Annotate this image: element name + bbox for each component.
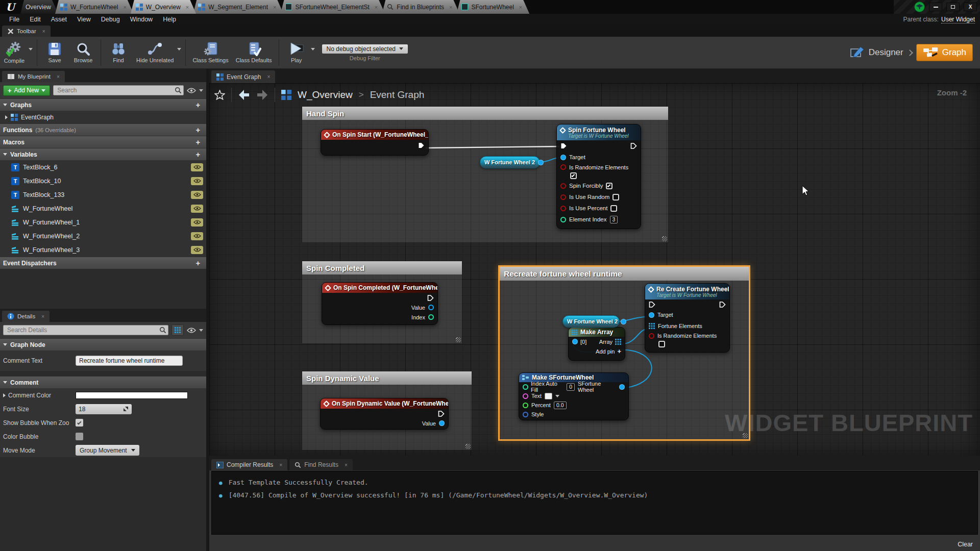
- resize-handle[interactable]: [465, 444, 471, 449]
- bool-pin[interactable]: [560, 206, 566, 211]
- comment-section-header[interactable]: Comment: [0, 376, 206, 388]
- variable-visibility-toggle[interactable]: [191, 246, 203, 254]
- variables-section-header[interactable]: Variables+: [0, 148, 206, 160]
- visibility-caret[interactable]: [199, 89, 203, 92]
- compile-button[interactable]: Compile: [0, 37, 29, 68]
- tab-find-in-blueprints[interactable]: Find in Blueprints×: [382, 0, 459, 14]
- variable-visibility-toggle[interactable]: [191, 191, 203, 199]
- minimize-button[interactable]: [929, 3, 942, 11]
- tab-w-overview[interactable]: W_Overview×: [131, 0, 196, 14]
- find-button[interactable]: Find: [104, 37, 133, 68]
- clear-button[interactable]: Clear: [958, 541, 973, 548]
- resize-handle[interactable]: [743, 433, 748, 438]
- node-make-array[interactable]: Make Array [0]Array Add pin+: [568, 327, 625, 361]
- graph-canvas[interactable]: W_Overview > Event Graph Zoom -2 WIDGET …: [209, 83, 980, 456]
- menu-asset[interactable]: Asset: [46, 16, 72, 23]
- designer-mode-button[interactable]: Designer: [850, 46, 903, 59]
- hide-unrelated-caret[interactable]: [177, 48, 181, 51]
- property-matrix-button[interactable]: [172, 324, 184, 336]
- close-icon[interactable]: ×: [345, 462, 348, 468]
- browse-button[interactable]: Browse: [69, 37, 97, 68]
- eye-icon[interactable]: [187, 88, 196, 93]
- tab-sfortunewheel[interactable]: SFortuneWheel×: [456, 0, 529, 14]
- checkbox-checked[interactable]: [570, 172, 577, 179]
- details-search-input[interactable]: [3, 325, 168, 335]
- macros-section-header[interactable]: Macros+: [0, 136, 206, 148]
- variable-row[interactable]: W_FortuneWheel_1: [0, 215, 206, 229]
- forward-arrow-icon[interactable]: [256, 89, 268, 101]
- close-icon[interactable]: ×: [519, 4, 522, 10]
- back-arrow-icon[interactable]: [238, 89, 250, 101]
- node-on-spin-dynamic-value[interactable]: On Spin Dynamic Value (W_FortuneWheel_3)…: [320, 398, 449, 430]
- int-out-pin[interactable]: [428, 314, 434, 320]
- array-elem-pin[interactable]: [572, 339, 578, 344]
- object-out-pin[interactable]: [621, 319, 626, 324]
- close-icon[interactable]: ×: [42, 29, 45, 34]
- close-icon[interactable]: ×: [279, 462, 282, 468]
- hide-unrelated-button[interactable]: Hide Unrelated: [133, 37, 177, 68]
- text-dropdown-caret[interactable]: [555, 395, 559, 397]
- object-out-pin[interactable]: [439, 420, 445, 426]
- percent-value[interactable]: 0.0: [554, 402, 567, 409]
- my-blueprint-search-input[interactable]: [53, 85, 184, 95]
- play-options-caret[interactable]: [311, 48, 315, 51]
- float-pin[interactable]: [523, 403, 528, 408]
- favorite-star-icon[interactable]: [214, 90, 225, 100]
- menu-help[interactable]: Help: [158, 16, 181, 23]
- details-view-caret[interactable]: [199, 329, 203, 332]
- exec-out-pin[interactable]: [418, 142, 425, 148]
- node-re-create-fortune-wheel[interactable]: Re Create Fortune WheelTarget is W Fortu…: [645, 283, 730, 353]
- add-graph-button[interactable]: +: [193, 101, 203, 109]
- close-icon[interactable]: ×: [123, 4, 126, 10]
- comment-text-input[interactable]: [76, 356, 183, 366]
- node-make-sfortunewheel[interactable]: Make SFortuneWheel Index Auto Fill0SFort…: [519, 372, 629, 420]
- target-pin[interactable]: [560, 155, 566, 160]
- add-dispatcher-button[interactable]: +: [193, 259, 203, 267]
- int-pin[interactable]: [523, 384, 528, 390]
- comment-color-swatch[interactable]: [76, 392, 188, 399]
- variable-row[interactable]: W_FortuneWheel: [0, 202, 206, 215]
- target-pin[interactable]: [649, 312, 654, 318]
- class-defaults-button[interactable]: Class Defaults: [232, 37, 276, 68]
- bool-pin[interactable]: [560, 183, 566, 189]
- parent-class-link[interactable]: User Widget: [941, 16, 975, 23]
- play-button[interactable]: Play: [282, 37, 311, 68]
- breadcrumb-leaf[interactable]: Event Graph: [370, 89, 425, 101]
- exec-out-pin[interactable]: [427, 295, 434, 301]
- graph-node-section-header[interactable]: Graph Node: [0, 338, 206, 350]
- font-size-input[interactable]: 18: [76, 404, 132, 414]
- text-value-box[interactable]: [545, 393, 552, 399]
- color-bubble-checkbox[interactable]: [76, 433, 83, 440]
- close-icon[interactable]: ×: [41, 314, 44, 319]
- exec-out-pin[interactable]: [719, 302, 726, 308]
- compiler-log[interactable]: ●Fast Template Successfully Created. ●[4…: [211, 471, 978, 535]
- find-results-tab[interactable]: Find Results ×: [289, 459, 353, 470]
- close-icon[interactable]: ×: [273, 4, 276, 10]
- text-pin[interactable]: [523, 393, 528, 399]
- variable-row[interactable]: TTextBlock_133: [0, 188, 206, 202]
- style-pin[interactable]: [523, 412, 528, 417]
- exec-out-pin[interactable]: [438, 411, 445, 417]
- expand-icon[interactable]: [5, 115, 8, 119]
- array-pin[interactable]: [649, 323, 655, 329]
- toolbar-tab[interactable]: Toolbar ×: [2, 26, 51, 37]
- save-button[interactable]: Save: [40, 37, 69, 68]
- variable-row[interactable]: W_FortuneWheel_3: [0, 243, 206, 257]
- variable-visibility-toggle[interactable]: [191, 218, 203, 227]
- event-dispatchers-section-header[interactable]: Event Dispatchers+: [0, 257, 206, 269]
- add-pin-button[interactable]: Add pin+: [596, 347, 621, 355]
- close-icon[interactable]: ×: [57, 74, 60, 80]
- functions-section-header[interactable]: Functions(36 Overridable)+: [0, 123, 206, 136]
- eventgraph-item[interactable]: EventGraph: [0, 111, 206, 123]
- compiler-results-tab[interactable]: Compiler Results ×: [211, 459, 287, 470]
- variable-row[interactable]: TTextBlock_10: [0, 174, 206, 188]
- close-button[interactable]: X: [964, 3, 977, 11]
- my-blueprint-tab[interactable]: My Blueprint ×: [2, 71, 65, 82]
- variable-visibility-toggle[interactable]: [191, 205, 203, 213]
- bool-pin[interactable]: [560, 164, 566, 170]
- variable-visibility-toggle[interactable]: [191, 232, 203, 240]
- node-spin-fortune-wheel[interactable]: Spin Fortune WheelTarget is W Fortune Wh…: [556, 124, 641, 229]
- array-out-pin[interactable]: [615, 339, 621, 345]
- tutorials-icon[interactable]: [914, 2, 925, 12]
- menu-file[interactable]: File: [4, 16, 24, 23]
